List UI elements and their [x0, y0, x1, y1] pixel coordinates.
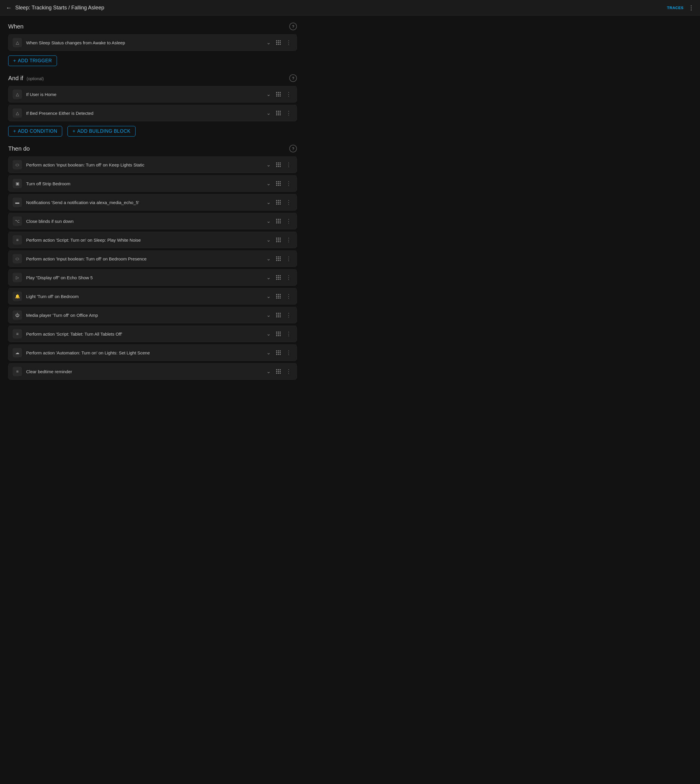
- thendo-item-0[interactable]: ⬭Perform action 'Input boolean: Turn off…: [8, 157, 297, 173]
- thendo-item-label-4: Perform action 'Script: Turn on' on Slee…: [26, 237, 265, 242]
- thendo-item-actions-5: ⌄⋮: [265, 254, 292, 263]
- expand-chevron-icon[interactable]: ⌄: [265, 329, 272, 338]
- page-title: Sleep: Tracking Starts / Falling Asleep: [15, 5, 104, 11]
- andif-item-icon-1: △: [13, 109, 22, 118]
- expand-chevron-icon[interactable]: ⌄: [265, 367, 272, 376]
- drag-handle-icon[interactable]: [275, 330, 282, 338]
- expand-chevron-icon[interactable]: ⌄: [265, 90, 272, 99]
- thendo-item-3[interactable]: ⌥Close blinds if sun down⌄⋮: [8, 213, 297, 229]
- more-options-dots-icon[interactable]: ⋮: [285, 311, 292, 319]
- thendo-item-2[interactable]: ▬Notifications 'Send a notification via …: [8, 194, 297, 211]
- more-options-dots-icon[interactable]: ⋮: [285, 292, 292, 301]
- thendo-item-1[interactable]: ▣Turn off Strip Bedroom⌄⋮: [8, 175, 297, 192]
- thendo-item-8[interactable]: ⏻Media player 'Turn off' on Office Amp⌄⋮: [8, 307, 297, 323]
- more-options-icon[interactable]: ⋮: [688, 4, 694, 11]
- thendo-item-label-1: Turn off Strip Bedroom: [26, 181, 265, 186]
- more-options-dots-icon[interactable]: ⋮: [285, 109, 292, 117]
- expand-chevron-icon[interactable]: ⌄: [265, 179, 272, 188]
- thendo-item-label-6: Play "Display off" on Echo Show 5: [26, 275, 265, 280]
- more-options-dots-icon[interactable]: ⋮: [285, 329, 292, 338]
- thendo-item-actions-1: ⌄⋮: [265, 179, 292, 188]
- add-trigger-plus: +: [13, 58, 16, 64]
- more-options-dots-icon[interactable]: ⋮: [285, 90, 292, 99]
- drag-handle-icon[interactable]: [275, 180, 282, 187]
- add-condition-label: ADD CONDITION: [18, 129, 58, 134]
- when-section-title: When: [8, 23, 23, 30]
- more-options-dots-icon[interactable]: ⋮: [285, 236, 292, 244]
- thendo-item-4[interactable]: ≡Perform action 'Script: Turn on' on Sle…: [8, 232, 297, 248]
- thendo-item-icon-11: ≡: [13, 367, 22, 376]
- more-options-dots-icon[interactable]: ⋮: [285, 198, 292, 207]
- condition-buttons-row: + ADD CONDITION + ADD BUILDING BLOCK: [8, 124, 297, 137]
- drag-handle-icon[interactable]: [275, 349, 282, 356]
- drag-handle-icon[interactable]: [275, 255, 282, 262]
- more-options-dots-icon[interactable]: ⋮: [285, 273, 292, 282]
- traces-button[interactable]: TRACES: [667, 5, 683, 10]
- add-building-block-button[interactable]: + ADD BUILDING BLOCK: [67, 126, 135, 137]
- andif-help-icon[interactable]: ?: [289, 74, 297, 82]
- expand-chevron-icon[interactable]: ⌄: [265, 38, 272, 47]
- thendo-item-icon-9: ≡: [13, 329, 22, 339]
- drag-handle-icon[interactable]: [275, 293, 282, 300]
- thendo-item-icon-7: 🔔: [13, 292, 22, 301]
- more-options-dots-icon[interactable]: ⋮: [285, 217, 292, 226]
- expand-chevron-icon[interactable]: ⌄: [265, 292, 272, 301]
- add-condition-button[interactable]: + ADD CONDITION: [8, 126, 62, 137]
- expand-chevron-icon[interactable]: ⌄: [265, 198, 272, 207]
- drag-handle-icon[interactable]: [275, 368, 282, 375]
- thendo-section-header: Then do ?: [8, 145, 297, 152]
- drag-handle-icon[interactable]: [275, 311, 282, 319]
- more-options-dots-icon[interactable]: ⋮: [285, 348, 292, 357]
- when-help-icon[interactable]: ?: [289, 23, 297, 30]
- expand-chevron-icon[interactable]: ⌄: [265, 160, 272, 169]
- thendo-item-9[interactable]: ≡Perform action 'Script: Tablet: Turn Al…: [8, 326, 297, 342]
- andif-item-1[interactable]: △If Bed Presence Either is Detected⌄⋮: [8, 105, 297, 121]
- drag-handle-icon[interactable]: [275, 161, 282, 168]
- more-options-dots-icon[interactable]: ⋮: [285, 254, 292, 263]
- expand-chevron-icon[interactable]: ⌄: [265, 348, 272, 357]
- when-item-0[interactable]: △When Sleep Status changes from Awake to…: [8, 34, 297, 51]
- thendo-item-label-8: Media player 'Turn off' on Office Amp: [26, 313, 265, 318]
- drag-handle-icon[interactable]: [275, 236, 282, 243]
- drag-handle-icon[interactable]: [275, 274, 282, 281]
- drag-handle-icon[interactable]: [275, 39, 282, 46]
- drag-handle-icon[interactable]: [275, 91, 282, 98]
- thendo-item-11[interactable]: ≡Clear bedtime reminder⌄⋮: [8, 363, 297, 379]
- andif-section-header: And if (optional) ?: [8, 74, 297, 82]
- add-building-block-plus: +: [72, 129, 75, 134]
- when-section-header: When ?: [8, 23, 297, 30]
- thendo-item-label-11: Clear bedtime reminder: [26, 369, 265, 374]
- thendo-item-10[interactable]: ☁Perform action 'Automation: Turn on' on…: [8, 344, 297, 361]
- add-trigger-label: ADD TRIGGER: [18, 58, 52, 64]
- more-options-dots-icon[interactable]: ⋮: [285, 38, 292, 47]
- add-building-block-label: ADD BUILDING BLOCK: [77, 129, 130, 134]
- thendo-item-7[interactable]: 🔔Light 'Turn off' on Bedroom⌄⋮: [8, 288, 297, 304]
- thendo-item-actions-6: ⌄⋮: [265, 273, 292, 282]
- more-options-dots-icon[interactable]: ⋮: [285, 179, 292, 188]
- thendo-help-icon[interactable]: ?: [289, 145, 297, 152]
- add-trigger-button[interactable]: + ADD TRIGGER: [8, 55, 57, 66]
- thendo-item-actions-10: ⌄⋮: [265, 348, 292, 357]
- thendo-item-5[interactable]: ⬭Perform action 'Input boolean: Turn off…: [8, 251, 297, 267]
- more-options-dots-icon[interactable]: ⋮: [285, 160, 292, 169]
- back-button[interactable]: ←: [6, 4, 12, 11]
- thendo-section-title: Then do: [8, 145, 30, 152]
- thendo-item-label-2: Notifications 'Send a notification via a…: [26, 200, 265, 205]
- drag-handle-icon[interactable]: [275, 199, 282, 206]
- thendo-item-icon-1: ▣: [13, 179, 22, 188]
- expand-chevron-icon[interactable]: ⌄: [265, 217, 272, 226]
- expand-chevron-icon[interactable]: ⌄: [265, 109, 272, 117]
- andif-item-actions-0: ⌄⋮: [265, 90, 292, 99]
- expand-chevron-icon[interactable]: ⌄: [265, 273, 272, 282]
- expand-chevron-icon[interactable]: ⌄: [265, 311, 272, 319]
- thendo-item-6[interactable]: ▷Play "Display off" on Echo Show 5⌄⋮: [8, 269, 297, 286]
- andif-section: And if (optional) ? △If User is Home⌄⋮△I…: [8, 74, 297, 137]
- drag-handle-icon[interactable]: [275, 110, 282, 117]
- more-options-dots-icon[interactable]: ⋮: [285, 367, 292, 376]
- thendo-item-icon-6: ▷: [13, 273, 22, 282]
- andif-item-actions-1: ⌄⋮: [265, 109, 292, 117]
- expand-chevron-icon[interactable]: ⌄: [265, 236, 272, 244]
- andif-item-0[interactable]: △If User is Home⌄⋮: [8, 86, 297, 102]
- expand-chevron-icon[interactable]: ⌄: [265, 254, 272, 263]
- drag-handle-icon[interactable]: [275, 217, 282, 225]
